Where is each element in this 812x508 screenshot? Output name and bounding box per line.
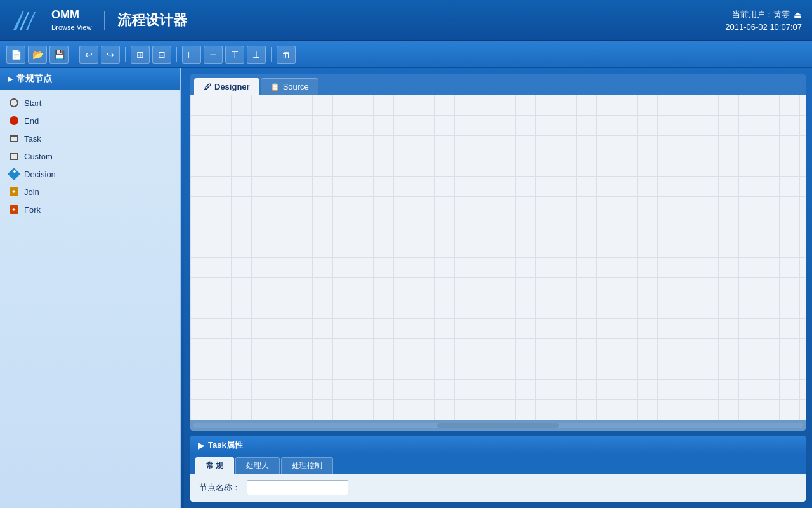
end-icon — [9, 116, 19, 126]
source-tab-icon: 📋 — [270, 83, 280, 91]
sidebar-item-label-fork: Fork — [24, 205, 41, 215]
app-title: 流程设计器 — [104, 11, 187, 30]
user-label: 当前用户：黄雯 — [732, 9, 790, 20]
user-info: 当前用户：黄雯 ⏏ — [725, 9, 802, 20]
sidebar-item-label-start: Start — [24, 98, 41, 108]
toolbar: 📄 📂 💾 ↩ ↪ ⊞ ⊟ ⊢ ⊣ ⊤ ⊥ 🗑 — [0, 41, 812, 68]
prop-tab-handler[interactable]: 处理人 — [235, 457, 280, 474]
align1-button[interactable]: ⊞ — [131, 46, 150, 64]
node-name-input[interactable] — [247, 480, 348, 495]
sidebar-item-start[interactable]: Start — [5, 96, 175, 110]
tab-bar: 🖊 Designer 📋 Source — [190, 74, 806, 95]
tab-source[interactable]: 📋 Source — [261, 78, 318, 95]
logo-omm: OMM — [51, 7, 91, 23]
content-area: 🖊 Designer 📋 Source ▶ Task属性 — [184, 68, 812, 508]
scrollbar-thumb[interactable] — [437, 423, 559, 428]
datetime: 2011-06-02 10:07:07 — [725, 22, 802, 32]
properties-panel: ▶ Task属性 常 规 处理人 处理控制 节点名称： — [190, 436, 806, 502]
sidebar-item-decision[interactable]: Decision — [5, 167, 175, 181]
logout-icon[interactable]: ⏏ — [794, 10, 802, 20]
properties-title: Task属性 — [208, 439, 243, 451]
sidebar-item-label-decision: Decision — [24, 170, 56, 179]
properties-header: ▶ Task属性 — [190, 436, 806, 455]
separator-4 — [271, 47, 272, 62]
logo-text: OMM Browse View — [51, 7, 91, 33]
designer-tab-icon: 🖊 — [204, 83, 211, 91]
open-button[interactable]: 📂 — [28, 46, 47, 64]
header: OMM Browse View 流程设计器 当前用户：黄雯 ⏏ 2011-06-… — [0, 0, 812, 41]
properties-header-arrow-icon: ▶ — [198, 441, 204, 450]
sidebar: ▶ 常规节点 Start End Task Custom Decisio — [0, 68, 181, 508]
properties-content: 节点名称： — [190, 474, 806, 502]
sidebar-item-join[interactable]: + Join — [5, 185, 175, 199]
new-button[interactable]: 📄 — [6, 46, 25, 64]
join-icon: + — [9, 187, 19, 197]
fork-icon: + — [9, 204, 19, 215]
tab-designer[interactable]: 🖊 Designer — [194, 78, 259, 95]
horizontal-scrollbar[interactable] — [190, 420, 806, 431]
node-name-label: 节点名称： — [199, 482, 240, 493]
properties-tabs: 常 规 处理人 处理控制 — [190, 455, 806, 474]
prop-tab-general[interactable]: 常 规 — [195, 457, 234, 474]
sidebar-item-task[interactable]: Task — [5, 131, 175, 145]
redo-button[interactable]: ↪ — [101, 46, 120, 64]
grid-canvas — [190, 95, 806, 420]
separator-3 — [176, 47, 177, 62]
sidebar-item-end[interactable]: End — [5, 114, 175, 128]
section-arrow-icon: ▶ — [8, 76, 13, 83]
logo-area: OMM Browse View — [10, 6, 91, 34]
tab-source-label: Source — [283, 82, 309, 91]
save-button[interactable]: 💾 — [49, 46, 69, 64]
scrollbar-track — [193, 423, 803, 428]
align5-button[interactable]: ⊤ — [225, 46, 244, 64]
sidebar-item-custom[interactable]: Custom — [5, 149, 175, 163]
align6-button[interactable]: ⊥ — [247, 46, 266, 64]
undo-button[interactable]: ↩ — [79, 46, 98, 64]
designer-panel: 🖊 Designer 📋 Source — [190, 74, 806, 431]
align3-button[interactable]: ⊢ — [182, 46, 201, 64]
designer-canvas[interactable] — [190, 95, 806, 420]
sidebar-item-label-end: End — [24, 116, 39, 126]
separator-1 — [74, 47, 74, 62]
align4-button[interactable]: ⊣ — [204, 46, 223, 64]
separator-2 — [125, 47, 126, 62]
sidebar-item-label-join: Join — [24, 187, 39, 197]
decision-icon — [9, 169, 19, 179]
custom-icon — [9, 151, 19, 161]
start-icon — [9, 98, 19, 108]
sidebar-section-title: 常规节点 — [16, 73, 52, 84]
sidebar-item-fork[interactable]: + Fork — [5, 203, 175, 217]
sidebar-item-label-custom: Custom — [24, 152, 53, 161]
align2-button[interactable]: ⊟ — [152, 46, 171, 64]
task-icon — [9, 133, 19, 144]
logo-icon — [10, 6, 45, 34]
prop-tab-control[interactable]: 处理控制 — [281, 457, 333, 474]
sidebar-items: Start End Task Custom Decision + Join — [0, 90, 180, 223]
logo-sub: Browse View — [51, 23, 91, 32]
main-layout: ▶ 常规节点 Start End Task Custom Decisio — [0, 68, 812, 508]
delete-button[interactable]: 🗑 — [277, 46, 296, 64]
header-right: 当前用户：黄雯 ⏏ 2011-06-02 10:07:07 — [725, 9, 802, 32]
sidebar-item-label-task: Task — [24, 134, 41, 144]
sidebar-section-header: ▶ 常规节点 — [0, 68, 180, 90]
tab-designer-label: Designer — [214, 82, 250, 91]
